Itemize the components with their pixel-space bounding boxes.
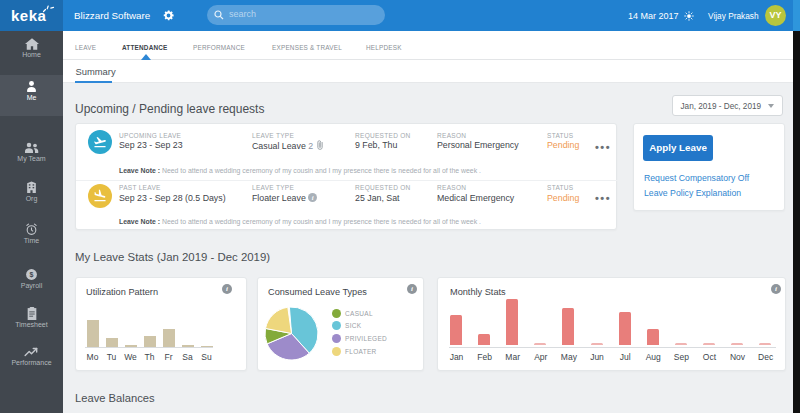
svg-text:$: $ — [30, 271, 34, 279]
